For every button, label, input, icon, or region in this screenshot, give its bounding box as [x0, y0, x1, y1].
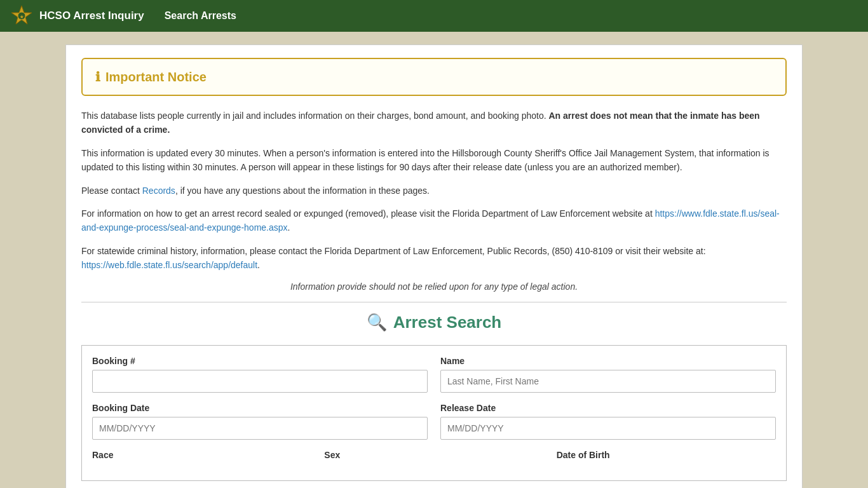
- navbar-brand[interactable]: ★ HCSO Arrest Inquiry: [10, 4, 144, 27]
- sex-label: Sex: [324, 450, 543, 460]
- booking-date-input[interactable]: [92, 417, 428, 440]
- race-group: Race: [92, 450, 311, 460]
- dob-label: Date of Birth: [557, 450, 776, 460]
- name-label: Name: [440, 356, 776, 366]
- race-label: Race: [92, 450, 311, 460]
- release-date-label: Release Date: [440, 403, 776, 413]
- notice-title: ℹ Important Notice: [95, 69, 773, 85]
- navbar: ★ HCSO Arrest Inquiry Search Arrests: [0, 0, 868, 32]
- release-date-group: Release Date: [440, 403, 776, 440]
- booking-date-label: Booking Date: [92, 403, 428, 413]
- brand-label: HCSO Arrest Inquiry: [39, 10, 144, 22]
- paragraph-1: This database lists people currently in …: [81, 109, 787, 137]
- notice-icon: ℹ: [95, 69, 100, 85]
- booking-number-input[interactable]: [92, 370, 428, 393]
- form-row-2: Booking Date Release Date: [92, 403, 776, 440]
- paragraph-4: For information on how to get an arrest …: [81, 207, 787, 235]
- arrest-search-title: Arrest Search: [393, 313, 502, 332]
- search-arrests-nav-link[interactable]: Search Arrests: [157, 5, 244, 27]
- italic-notice: Information provide should not be relied…: [81, 281, 787, 292]
- booking-date-group: Booking Date: [92, 403, 428, 440]
- dob-group: Date of Birth: [557, 450, 776, 460]
- paragraph-1-normal: This database lists people currently in …: [81, 111, 546, 121]
- paragraph-3: Please contact Records, if you have any …: [81, 184, 787, 198]
- sheriff-star-icon: ★: [10, 4, 33, 27]
- booking-number-group: Booking #: [92, 356, 428, 393]
- p3-prefix: Please contact: [81, 186, 142, 196]
- p5-prefix: For statewide criminal history, informat…: [81, 246, 706, 256]
- search-magnifier-icon: 🔍: [367, 313, 387, 332]
- booking-number-label: Booking #: [92, 356, 428, 366]
- divider: [81, 302, 787, 302]
- name-group: Name: [440, 356, 776, 393]
- form-row-1: Booking # Name: [92, 356, 776, 393]
- sex-group: Sex: [324, 450, 543, 460]
- p3-suffix: , if you have any questions about the in…: [175, 186, 430, 196]
- content-area: ℹ Important Notice This database lists p…: [65, 44, 803, 488]
- main-wrapper: ℹ Important Notice This database lists p…: [0, 32, 868, 488]
- paragraph-2: This information is updated every 30 min…: [81, 146, 787, 175]
- form-row-3: Race Sex Date of Birth: [92, 450, 776, 460]
- arrest-search-heading: 🔍 Arrest Search: [81, 313, 787, 332]
- fdle-search-link[interactable]: https://web.fdle.state.fl.us/search/app/…: [81, 260, 257, 270]
- search-form: Booking # Name Booking Date Release Date: [81, 345, 787, 481]
- paragraph-5: For statewide criminal history, informat…: [81, 244, 787, 273]
- p4-prefix: For information on how to get an arrest …: [81, 208, 655, 219]
- records-link[interactable]: Records: [142, 186, 175, 196]
- name-input[interactable]: [440, 370, 776, 393]
- p5-suffix: .: [257, 260, 260, 270]
- notice-heading-text: Important Notice: [105, 70, 207, 85]
- p4-suffix: .: [288, 222, 290, 233]
- release-date-input[interactable]: [440, 417, 776, 440]
- important-notice-box: ℹ Important Notice: [81, 58, 787, 96]
- svg-text:★: ★: [20, 15, 24, 19]
